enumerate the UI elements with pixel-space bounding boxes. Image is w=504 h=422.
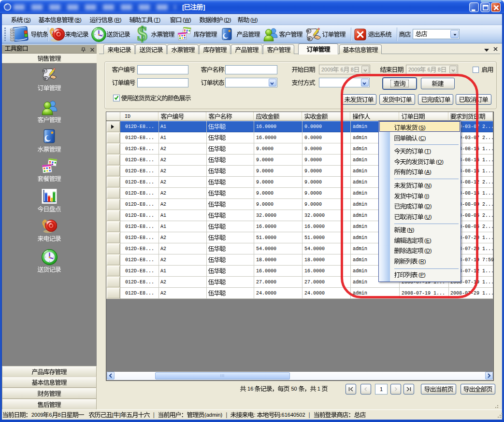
svg-text:$: $ — [137, 26, 147, 43]
